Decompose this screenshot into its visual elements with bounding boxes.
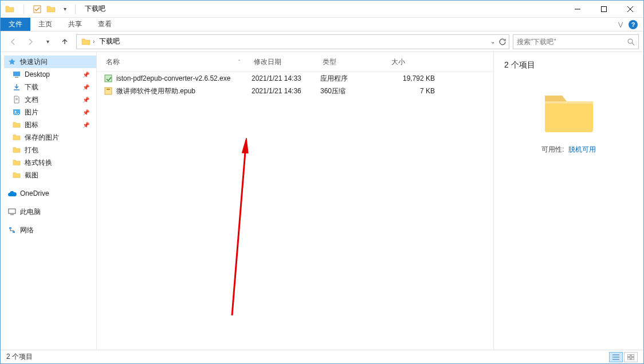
col-name[interactable]: 名称ˆ [104, 56, 252, 68]
file-icon [104, 86, 113, 96]
tab-home[interactable]: 主页 [30, 18, 60, 31]
file-type: 应用程序 [320, 74, 389, 84]
sidebar-item-label: 图片 [25, 108, 38, 117]
close-button[interactable] [617, 1, 643, 18]
svg-line-6 [632, 43, 634, 45]
svg-rect-16 [13, 231, 15, 233]
sidebar-item[interactable]: 文档📌 [4, 93, 96, 106]
titlebar: ▾ 下载吧 [1, 1, 643, 18]
collapse-ribbon-icon[interactable]: ⋁ [618, 21, 623, 27]
star-icon [7, 57, 17, 66]
sidebar-item[interactable]: 打包 [4, 144, 96, 156]
folder-icon [12, 133, 21, 142]
nav-arrows: ▾ [5, 34, 73, 49]
checkbox-icon[interactable] [32, 3, 43, 15]
sidebar-item-label: 网络 [20, 225, 34, 235]
sidebar-item-label: 截图 [25, 171, 38, 180]
breadcrumb-segment[interactable]: 下载吧 [97, 37, 122, 46]
pin-icon: 📌 [83, 84, 89, 90]
availability-row: 可用性: 脱机可用 [541, 145, 596, 155]
window-controls [564, 1, 643, 18]
pin-icon: 📌 [83, 97, 89, 103]
folder-icon [4, 3, 15, 15]
sidebar-item-label: Desktop [25, 70, 50, 78]
view-icons-button[interactable] [624, 352, 638, 362]
sidebar-item[interactable]: 图标📌 [4, 118, 96, 131]
quick-access-toolbar: ▾ 下载吧 [1, 3, 105, 15]
qat-dropdown-icon[interactable]: ▾ [59, 3, 70, 15]
ribbon-right: ⋁ ? [618, 18, 643, 31]
file-date: 2021/1/21 14:36 [252, 87, 320, 95]
sidebar-item[interactable]: 格式转换 [4, 156, 96, 169]
col-type[interactable]: 类型 [320, 56, 389, 68]
sidebar-item[interactable]: 保存的图片 [4, 131, 96, 144]
body: 快速访问 Desktop📌下载📌文档📌图片📌图标📌保存的图片打包格式转换截图 O… [1, 52, 643, 350]
sidebar-item-label: OneDrive [20, 189, 49, 197]
preview-count: 2 个项目 [504, 60, 535, 70]
sidebar-item-label: 此电脑 [20, 207, 41, 217]
folder-icon [12, 145, 21, 155]
nav-recent-dropdown[interactable]: ▾ [40, 34, 56, 49]
refresh-icon[interactable] [498, 38, 506, 46]
nav-back-button[interactable] [5, 34, 21, 49]
folder-small-icon[interactable] [45, 3, 57, 15]
sidebar-quick-access[interactable]: 快速访问 [4, 56, 96, 68]
folder-icon [12, 70, 21, 79]
minimize-button[interactable] [564, 1, 591, 18]
availability-label: 可用性: [541, 145, 564, 153]
address-dropdown-icon[interactable]: ⌄ [490, 38, 495, 45]
view-details-button[interactable] [609, 352, 623, 362]
pin-icon: 📌 [83, 109, 89, 116]
svg-rect-26 [627, 358, 630, 360]
file-size: 7 KB [389, 87, 441, 95]
file-row[interactable]: iston-pdf2epub-converter-v2.6.52.exe2021… [97, 72, 493, 85]
maximize-button[interactable] [591, 1, 617, 18]
sort-indicator-icon: ˆ [238, 59, 240, 65]
status-bar: 2 个项目 [1, 350, 643, 363]
help-icon[interactable]: ? [629, 20, 638, 29]
nav-up-button[interactable] [57, 34, 73, 49]
col-date[interactable]: 修改日期 [252, 56, 320, 68]
pin-icon: 📌 [83, 122, 89, 128]
column-headers: 名称ˆ 修改日期 类型 大小 [97, 52, 493, 72]
pin-icon: 📌 [83, 72, 89, 78]
col-size[interactable]: 大小 [389, 56, 441, 68]
sidebar-this-pc[interactable]: 此电脑 [4, 205, 96, 218]
view-switcher [609, 352, 638, 362]
qat-divider [18, 3, 29, 15]
svg-rect-15 [9, 227, 11, 229]
separator [75, 4, 76, 14]
breadcrumb-label: 下载吧 [99, 37, 120, 46]
sidebar-item-label: 快速访问 [20, 57, 48, 67]
sidebar-item[interactable]: 截图 [4, 169, 96, 181]
svg-rect-2 [602, 6, 607, 11]
annotation-arrow [221, 138, 261, 321]
sidebar-item-label: 下载 [25, 82, 38, 92]
sidebar-item[interactable]: Desktop📌 [4, 68, 96, 81]
sidebar-network[interactable]: 网络 [4, 224, 96, 236]
sidebar-item-label: 图标 [25, 120, 38, 130]
network-icon [7, 225, 17, 235]
folder-icon [12, 158, 21, 167]
sidebar-item-label: 文档 [25, 95, 38, 105]
tab-view[interactable]: 查看 [90, 18, 120, 31]
nav-forward-button[interactable] [22, 34, 38, 49]
svg-rect-24 [627, 354, 630, 357]
file-row[interactable]: 微讲师软件使用帮助.epub2021/1/21 14:36360压缩7 KB [97, 85, 493, 97]
nav-row: ▾ › 下载吧 ⌄ [1, 31, 643, 52]
breadcrumb-root-icon[interactable]: › [79, 37, 97, 46]
folder-icon [12, 120, 21, 129]
sidebar-item[interactable]: 图片📌 [4, 106, 96, 118]
tab-share[interactable]: 共享 [60, 18, 90, 31]
search-box[interactable] [513, 34, 639, 49]
address-bar[interactable]: › 下载吧 ⌄ [76, 34, 509, 49]
search-icon[interactable] [627, 38, 635, 46]
search-input[interactable] [517, 38, 627, 46]
tab-file[interactable]: 文件 [1, 18, 30, 31]
svg-rect-13 [9, 209, 15, 213]
sidebar-onedrive[interactable]: OneDrive [4, 187, 96, 200]
large-folder-icon [541, 88, 596, 133]
status-text: 2 个项目 [6, 352, 33, 362]
sidebar-item[interactable]: 下载📌 [4, 81, 96, 93]
svg-rect-7 [13, 72, 20, 76]
